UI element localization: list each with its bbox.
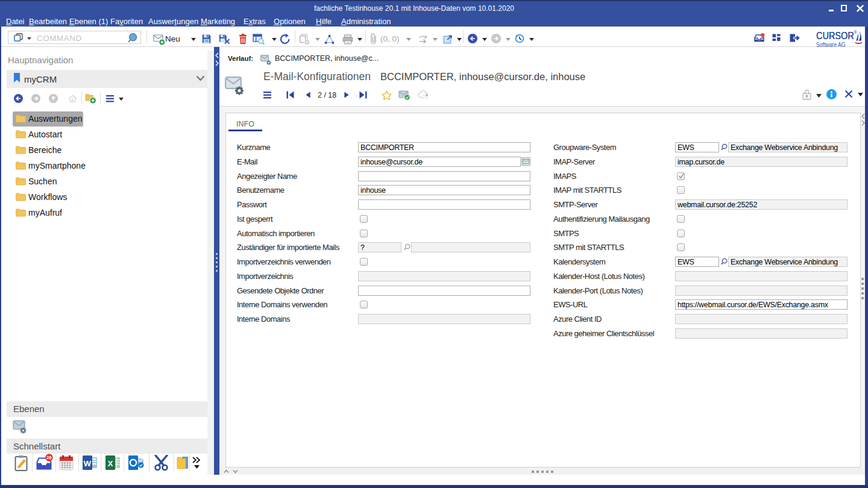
svg-text:26: 26 <box>46 455 51 460</box>
svg-text:X: X <box>108 459 113 468</box>
svg-text:W: W <box>84 459 92 468</box>
